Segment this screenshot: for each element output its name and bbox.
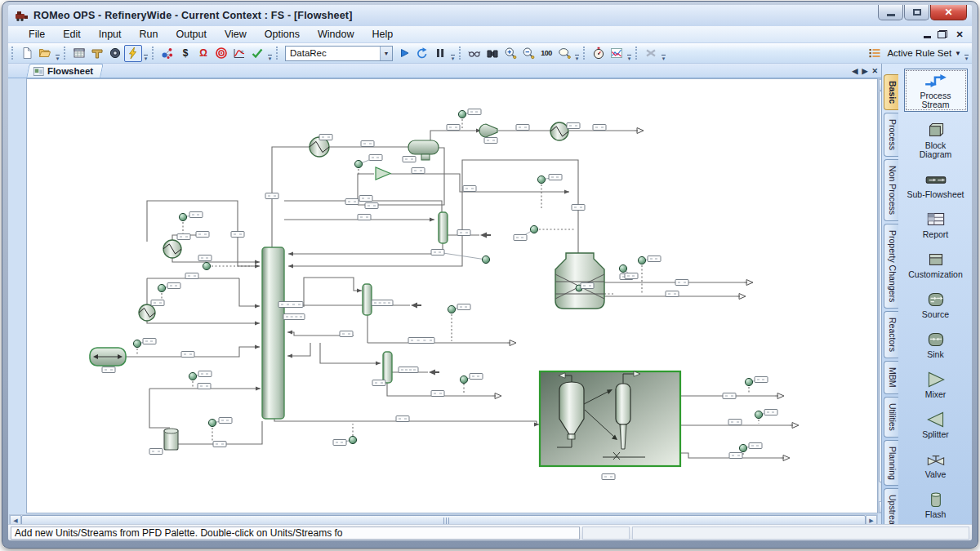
toolbar-button-lightning-bolt[interactable]: [124, 45, 142, 62]
mdi-close-button[interactable]: ✕: [954, 29, 965, 40]
toolbar-drag-handle[interactable]: [583, 47, 587, 60]
menu-item-edit[interactable]: Edit: [54, 27, 90, 42]
unit-pump[interactable]: [479, 124, 497, 137]
datarec-dropdown-button[interactable]: ▼: [380, 47, 392, 60]
toolbar-button-run-play[interactable]: [395, 45, 413, 62]
unit-side-stripper[interactable]: [363, 284, 372, 315]
tab-scroll-left-button[interactable]: ◀: [853, 67, 858, 75]
menu-item-view[interactable]: View: [216, 27, 256, 42]
palette-item-sink[interactable]: Sink: [904, 328, 968, 361]
toolbar-overflow-button[interactable]: ▾: [626, 45, 633, 62]
mdi-minimize-button[interactable]: [924, 31, 931, 38]
unit-sub-flowsheet[interactable]: [540, 371, 680, 466]
toolbar-button-tee-fitting[interactable]: [88, 45, 106, 62]
palette-tab-upstream[interactable]: Upstream: [884, 488, 898, 524]
palette-item-report[interactable]: Report: [904, 208, 968, 241]
palette-item-customization[interactable]: Customization: [904, 248, 968, 281]
trend-chart-icon: [610, 47, 623, 60]
toolbar-button-check[interactable]: [248, 45, 266, 62]
tab-close-button[interactable]: ✕: [871, 67, 878, 75]
palette-tab-process[interactable]: Process: [884, 113, 898, 157]
unit-side-stripper[interactable]: [439, 212, 448, 243]
rule-set-list-icon: [866, 45, 884, 62]
toolbar-drag-handle[interactable]: [11, 47, 16, 60]
toolbar-overflow-button[interactable]: ▾: [660, 45, 667, 62]
toolbar-button-new-doc[interactable]: [18, 45, 36, 62]
toolbar-button-run-restart[interactable]: [413, 45, 431, 62]
unit-splitter[interactable]: [376, 167, 390, 180]
palette-item-splitter[interactable]: Splitter: [904, 408, 968, 441]
toolbar-button-binoculars[interactable]: [483, 45, 501, 62]
palette-tab-property-changers[interactable]: Property Changers: [884, 224, 898, 309]
toolbar-button-sigma-chart[interactable]: σ: [230, 45, 248, 62]
menu-item-window[interactable]: Window: [309, 27, 363, 42]
maximize-button[interactable]: [904, 5, 929, 20]
toolbar-button-open-folder[interactable]: [36, 45, 54, 62]
flowsheet-drawing[interactable]: [27, 79, 877, 513]
palette-item-flash[interactable]: Flash: [904, 488, 968, 521]
menu-item-run[interactable]: Run: [131, 27, 167, 42]
tab-flowsheet[interactable]: Flowsheet: [26, 64, 104, 78]
unit-heat-exchanger[interactable]: [139, 304, 155, 321]
toolbar-overflow-button[interactable]: ▾: [963, 45, 970, 62]
palette-tab-planning[interactable]: Planning: [884, 440, 898, 487]
palette-item-sub-flowsheet[interactable]: Sub-Flowsheet: [904, 168, 968, 201]
unit-source[interactable]: [90, 348, 126, 366]
toolbar-button-data-table[interactable]: [70, 45, 88, 62]
toolbar-button-target[interactable]: [212, 45, 230, 62]
toolbar-button-nut[interactable]: [106, 45, 124, 62]
flowsheet-units[interactable]: [90, 122, 680, 466]
toolbar-button-molecule[interactable]: [158, 45, 176, 62]
toolbar-button-zoom-out[interactable]: [519, 45, 537, 62]
toolbar-drag-handle[interactable]: [64, 47, 68, 60]
unit-heat-exchanger[interactable]: [163, 240, 181, 258]
toolbar-button-trend-chart[interactable]: [608, 45, 626, 62]
toolbar-button-stopwatch[interactable]: [590, 45, 608, 62]
palette-item-mixer[interactable]: Mixer: [904, 368, 968, 401]
palette-item-block-diagram[interactable]: Block Diagram: [904, 119, 968, 161]
palette-item-source[interactable]: Source: [904, 288, 968, 321]
tab-scroll-right-button[interactable]: ▶: [862, 67, 868, 75]
toolbar-button-dollar[interactable]: $: [176, 45, 194, 62]
toolbar-drag-handle[interactable]: [276, 47, 280, 60]
menu-item-help[interactable]: Help: [363, 27, 402, 42]
unit-main-column[interactable]: [262, 247, 284, 419]
toolbar-drag-handle[interactable]: [152, 47, 156, 60]
menu-item-file[interactable]: File: [20, 27, 54, 42]
toolbar-overflow-button[interactable]: ▾: [54, 45, 61, 62]
unit-side-stripper[interactable]: [383, 352, 392, 383]
menu-item-input[interactable]: Input: [90, 27, 131, 42]
toolbar-button-delete-x[interactable]: [642, 45, 660, 62]
palette-tab-mbm[interactable]: MBM: [884, 361, 898, 394]
toolbar-overflow-button[interactable]: ▾: [449, 45, 457, 62]
palette-tab-non-process[interactable]: Non Process: [884, 159, 898, 221]
toolbar-overflow-button[interactable]: ▾: [573, 45, 581, 62]
menu-item-output[interactable]: Output: [167, 27, 216, 42]
palette-item-valve[interactable]: Valve: [904, 448, 968, 481]
toolbar-drag-handle[interactable]: [635, 47, 639, 60]
datarec-combobox[interactable]: DataRec▼: [285, 46, 393, 61]
toolbar-overflow-button[interactable]: ▾: [266, 45, 274, 62]
toolbar-button-zoom-window[interactable]: [555, 45, 573, 62]
toolbar-button-omega[interactable]: Ω: [194, 45, 212, 62]
unit-drum[interactable]: [164, 429, 178, 450]
palette-tab-basic[interactable]: Basic: [884, 74, 898, 110]
toolbar-overflow-button[interactable]: ▾: [142, 45, 149, 62]
palette-item-process-stream[interactable]: Process Stream: [904, 69, 968, 112]
unit-heat-exchanger[interactable]: [550, 122, 568, 140]
minimize-button[interactable]: [878, 5, 903, 20]
toolbar-button-spectacles[interactable]: [466, 45, 483, 62]
mdi-restore-button[interactable]: [938, 30, 947, 38]
toolbar-button-pause[interactable]: [431, 45, 449, 62]
toolbar-button-zoom-100[interactable]: 100: [537, 45, 555, 62]
flowsheet-streams[interactable]: [126, 119, 799, 461]
toolbar-button-zoom-in[interactable]: [501, 45, 519, 62]
palette-tab-utilities[interactable]: Utilities: [884, 397, 898, 438]
flowsheet-canvas[interactable]: [26, 78, 878, 513]
palette-tab-reactors[interactable]: Reactors: [884, 311, 898, 358]
toolbar-drag-handle[interactable]: [459, 47, 463, 60]
close-button[interactable]: ✕: [930, 5, 967, 20]
active-rule-set-button[interactable]: Active Rule Set▼: [864, 44, 963, 63]
unit-reactor[interactable]: [555, 253, 604, 309]
menu-item-options[interactable]: Options: [256, 27, 309, 42]
